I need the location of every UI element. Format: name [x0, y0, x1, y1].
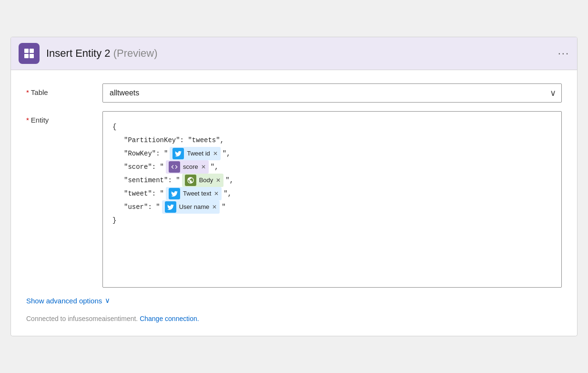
svg-rect-1 — [30, 49, 34, 53]
globe-icon — [185, 175, 196, 186]
table-icon — [23, 48, 35, 59]
card-body: *Table alltweets ∨ *Entity { "PartitionK… — [11, 70, 577, 336]
svg-rect-2 — [24, 54, 29, 58]
tweet-id-remove-button[interactable]: ✕ — [213, 148, 218, 159]
insert-entity-card: Insert Entity 2 (Preview) ··· *Table all… — [10, 37, 578, 336]
svg-rect-3 — [30, 54, 34, 58]
entity-label: *Entity — [26, 111, 102, 124]
twitter-icon — [165, 201, 176, 213]
table-select[interactable]: alltweets — [102, 83, 562, 103]
json-line-rowkey: "RowKey": " Tweet id ✕ ", — [112, 147, 552, 160]
advanced-options-section: Show advanced options ∨ — [26, 296, 562, 305]
card-title: Insert Entity 2 (Preview) — [46, 47, 158, 60]
body-remove-button[interactable]: ✕ — [216, 175, 221, 186]
entity-editor[interactable]: { "PartitionKey": "tweets", "RowKey": " … — [102, 111, 562, 288]
user-name-chip[interactable]: User name ✕ — [162, 200, 220, 214]
change-connection-link[interactable]: Change connection. — [140, 315, 199, 322]
json-line-score: "score": " score ✕ ", — [112, 160, 552, 174]
body-chip[interactable]: Body ✕ — [182, 174, 224, 187]
json-close-brace: } — [112, 214, 552, 227]
show-advanced-options-button[interactable]: Show advanced options ∨ — [26, 296, 110, 305]
header-left: Insert Entity 2 (Preview) — [19, 43, 158, 64]
json-line-tweet: "tweet": " Tweet text ✕ ", — [112, 187, 552, 200]
more-options-button[interactable]: ··· — [558, 47, 569, 60]
table-label: *Table — [26, 83, 102, 96]
svg-rect-0 — [24, 49, 29, 53]
tweet-text-chip[interactable]: Tweet text ✕ — [166, 187, 222, 200]
card-header: Insert Entity 2 (Preview) ··· — [11, 37, 577, 70]
json-line-sentiment: "sentiment": " Body ✕ ", — [112, 174, 552, 187]
connection-row: Connected to infusesomeaisentiment. Chan… — [26, 315, 562, 322]
chevron-down-icon: ∨ — [105, 296, 110, 305]
score-remove-button[interactable]: ✕ — [201, 161, 206, 173]
entity-field-row: *Entity { "PartitionKey": "tweets", "Row… — [26, 111, 562, 288]
table-field-row: *Table alltweets ∨ — [26, 83, 562, 103]
json-open-brace: { — [112, 120, 552, 134]
code-icon — [169, 161, 180, 173]
tweet-id-chip[interactable]: Tweet id ✕ — [170, 147, 220, 160]
json-line-partitionkey: "PartitionKey": "tweets", — [112, 134, 552, 147]
tweet-text-remove-button[interactable]: ✕ — [214, 188, 219, 199]
twitter-icon — [172, 148, 184, 159]
table-select-wrapper: alltweets ∨ — [102, 83, 562, 103]
score-chip[interactable]: score ✕ — [166, 160, 209, 174]
twitter-icon — [169, 188, 180, 199]
json-line-user: "user": " User name ✕ " — [112, 200, 552, 214]
user-name-remove-button[interactable]: ✕ — [212, 201, 217, 213]
app-icon — [19, 43, 40, 64]
